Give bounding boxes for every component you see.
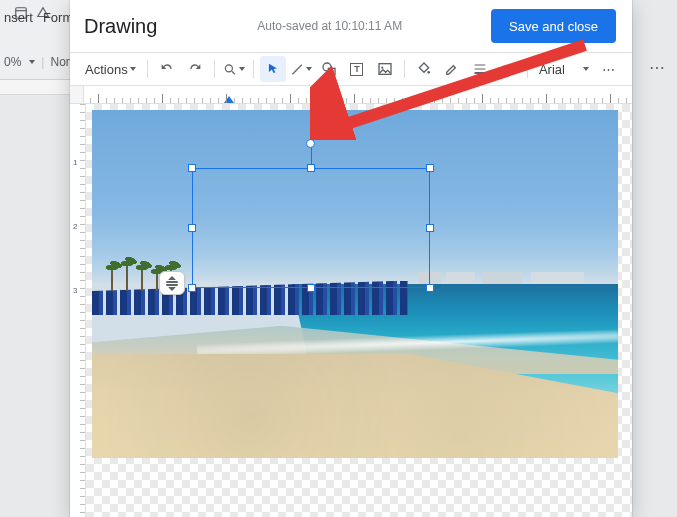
line-icon (290, 62, 304, 77)
undo-icon (159, 61, 175, 77)
image-tool[interactable] (372, 56, 398, 82)
border-weight-button[interactable] (467, 56, 493, 82)
drawing-toolbar: Actions T (70, 52, 632, 86)
border-dash-button[interactable] (495, 56, 521, 82)
actions-label: Actions (85, 62, 128, 77)
font-selector[interactable]: Arial (534, 56, 594, 82)
pencil-icon (444, 61, 460, 77)
select-tool[interactable] (260, 56, 286, 82)
resize-handle-bl[interactable] (188, 284, 196, 292)
svg-point-2 (323, 63, 331, 71)
resize-handle-mr[interactable] (426, 224, 434, 232)
autosave-status: Auto-saved at 10:10:11 AM (257, 19, 402, 33)
separator (253, 60, 254, 78)
indent-marker[interactable] (224, 96, 234, 103)
resize-handle-tr[interactable] (426, 164, 434, 172)
separator (404, 60, 405, 78)
svg-point-1 (225, 64, 232, 71)
ruler-tick: 1 (73, 158, 77, 167)
resize-handle-br[interactable] (426, 284, 434, 292)
actions-menu[interactable]: Actions (80, 56, 141, 82)
svg-point-6 (427, 71, 430, 74)
resize-handle-tm[interactable] (307, 164, 315, 172)
cursor-icon (266, 62, 280, 76)
fill-color-icon (416, 61, 432, 77)
line-tool[interactable] (288, 56, 314, 82)
horizontal-ruler[interactable] (84, 86, 632, 104)
chevron-down-icon (306, 67, 312, 71)
separator (214, 60, 215, 78)
resize-handle-bm[interactable] (307, 284, 315, 292)
more-icon: ⋯ (602, 62, 616, 77)
separator (527, 60, 528, 78)
ruler-corner (70, 86, 84, 104)
image-icon (377, 61, 393, 77)
save-and-close-button[interactable]: Save and close (491, 9, 616, 43)
ruler-tick: 2 (73, 222, 77, 231)
chevron-down-icon (130, 67, 136, 71)
rotation-handle[interactable] (306, 139, 315, 148)
drawing-dialog: Drawing Auto-saved at 10:10:11 AM Save a… (70, 0, 632, 517)
undo-button[interactable] (154, 56, 180, 82)
redo-icon (187, 61, 203, 77)
dialog-title: Drawing (84, 15, 157, 38)
fill-color-button[interactable] (411, 56, 437, 82)
more-tools-button[interactable]: ⋯ (596, 56, 622, 82)
chevron-down-icon (239, 67, 245, 71)
zoom-button[interactable] (221, 56, 247, 82)
text-overflow-handle[interactable] (159, 271, 185, 295)
border-color-button[interactable] (439, 56, 465, 82)
drawing-canvas[interactable] (86, 104, 632, 517)
rotation-connector (311, 147, 312, 165)
svg-rect-3 (328, 68, 335, 75)
redo-button[interactable] (182, 56, 208, 82)
separator (147, 60, 148, 78)
ruler-tick: 3 (73, 286, 77, 295)
chevron-down-icon (583, 67, 589, 71)
shape-icon (321, 61, 337, 77)
resize-handle-tl[interactable] (188, 164, 196, 172)
resize-handle-ml[interactable] (188, 224, 196, 232)
svg-point-5 (381, 67, 383, 69)
selected-text-box[interactable] (192, 168, 430, 288)
text-box-icon: T (350, 63, 363, 76)
border-weight-icon (472, 61, 488, 77)
shape-tool[interactable] (316, 56, 342, 82)
border-dash-icon (500, 61, 516, 77)
font-label: Arial (539, 62, 565, 77)
dialog-header: Drawing Auto-saved at 10:10:11 AM Save a… (70, 0, 632, 52)
zoom-icon (223, 62, 237, 77)
vertical-ruler[interactable]: 1 2 3 (70, 104, 86, 517)
canvas-wrap: 1 2 3 (70, 104, 632, 517)
text-box-tool[interactable]: T (344, 56, 370, 82)
inserted-image[interactable] (92, 110, 618, 458)
